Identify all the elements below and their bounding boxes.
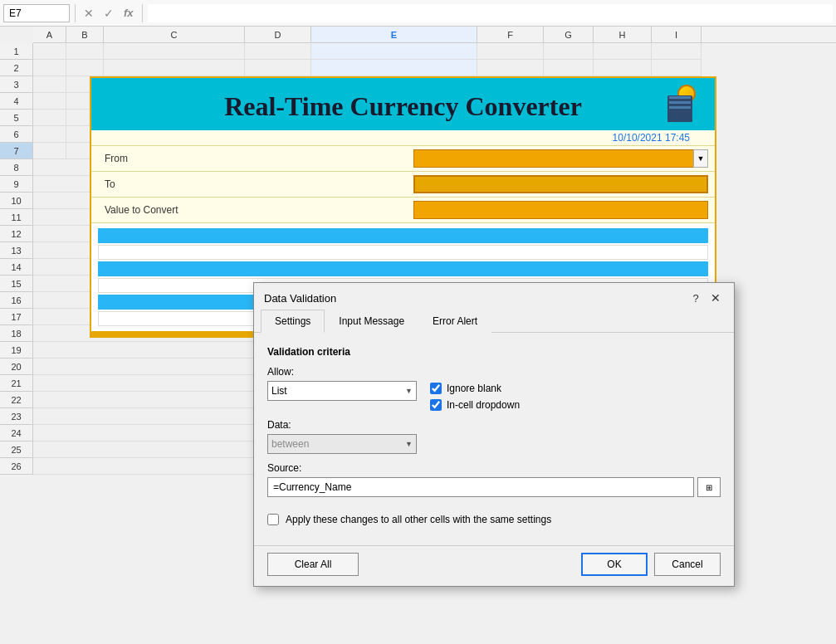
ignore-blank-row: Ignore blank bbox=[430, 383, 520, 394]
dialog-help-button[interactable]: ? bbox=[687, 290, 704, 306]
source-range-icon: ⊞ bbox=[706, 483, 712, 492]
tab-error-alert[interactable]: Error Alert bbox=[418, 310, 491, 333]
source-group: Source: ⊞ bbox=[267, 462, 721, 497]
excel-app: E7 ✕ ✓ fx A B C D E F G H I 1 2 3 4 5 6 … bbox=[0, 0, 836, 644]
data-select[interactable]: between ▼ bbox=[267, 434, 417, 454]
tab-settings[interactable]: Settings bbox=[261, 310, 325, 333]
data-group: Data: between ▼ bbox=[267, 419, 721, 454]
source-row: ⊞ bbox=[267, 477, 721, 497]
clear-all-button[interactable]: Clear All bbox=[267, 553, 359, 576]
in-cell-dropdown-label: In-cell dropdown bbox=[447, 399, 520, 411]
dialog-titlebar-icons: ? ✕ bbox=[687, 290, 724, 306]
allow-row: Allow: List ▼ Ignore blank bbox=[267, 366, 721, 411]
data-label: Data: bbox=[267, 419, 721, 431]
apply-checkbox[interactable] bbox=[267, 514, 279, 525]
checkbox-group: Ignore blank In-cell dropdown bbox=[430, 366, 520, 411]
allow-select-arrow: ▼ bbox=[405, 387, 413, 395]
allow-select[interactable]: List ▼ bbox=[267, 381, 417, 401]
dialog-overlay: Data Validation ? ✕ Settings Input Messa… bbox=[0, 0, 836, 644]
in-cell-dropdown-row: In-cell dropdown bbox=[430, 399, 520, 411]
apply-label: Apply these changes to all other cells w… bbox=[286, 514, 551, 525]
cancel-button[interactable]: Cancel bbox=[654, 553, 721, 576]
in-cell-dropdown-checkbox[interactable] bbox=[430, 399, 442, 411]
allow-value: List bbox=[271, 385, 287, 397]
ok-button[interactable]: OK bbox=[581, 553, 648, 576]
source-label: Source: bbox=[267, 462, 721, 474]
data-select-arrow: ▼ bbox=[405, 440, 413, 448]
apply-row: Apply these changes to all other cells w… bbox=[267, 514, 721, 525]
allow-label: Allow: bbox=[267, 366, 417, 378]
source-input[interactable] bbox=[267, 477, 694, 497]
dialog-title: Data Validation bbox=[264, 292, 336, 305]
dialog-footer: Clear All OK Cancel bbox=[254, 545, 734, 586]
dialog-close-button[interactable]: ✕ bbox=[707, 290, 724, 306]
data-value: between bbox=[271, 438, 309, 450]
dialog-tabs: Settings Input Message Error Alert bbox=[254, 310, 734, 333]
allow-group: Allow: List ▼ bbox=[267, 366, 417, 411]
ignore-blank-label: Ignore blank bbox=[447, 383, 501, 394]
dialog-footer-right: OK Cancel bbox=[581, 553, 721, 576]
tab-input-message[interactable]: Input Message bbox=[325, 310, 418, 333]
ignore-blank-checkbox[interactable] bbox=[430, 383, 442, 394]
data-validation-dialog: Data Validation ? ✕ Settings Input Messa… bbox=[253, 282, 735, 587]
dialog-body: Validation criteria Allow: List ▼ bbox=[254, 333, 734, 545]
source-range-button[interactable]: ⊞ bbox=[697, 477, 721, 497]
dialog-titlebar: Data Validation ? ✕ bbox=[254, 283, 734, 310]
validation-criteria-title: Validation criteria bbox=[267, 346, 721, 358]
